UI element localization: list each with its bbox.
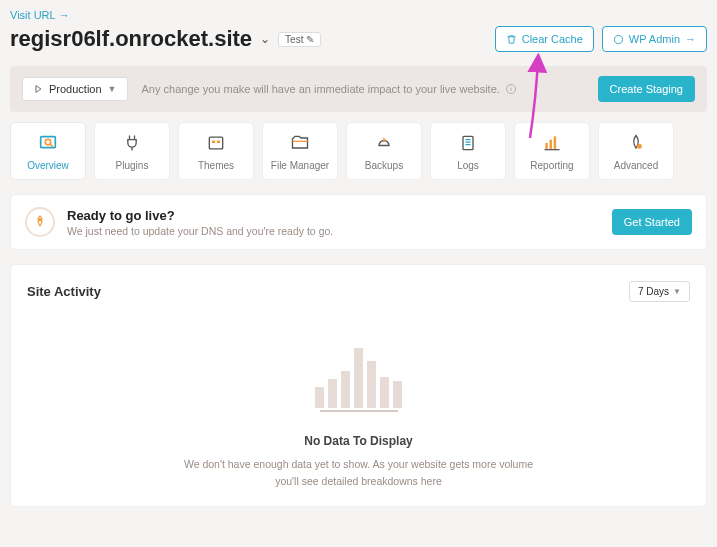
create-staging-button[interactable]: Create Staging [598,76,695,102]
activity-title: Site Activity [27,284,101,299]
nodata-title: No Data To Display [304,434,412,448]
production-message: Any change you make will have an immedia… [142,83,500,95]
overview-icon [37,132,59,154]
visit-url-link[interactable]: Visit URL → [10,9,70,21]
get-started-button[interactable]: Get Started [612,209,692,235]
chart-bar [380,377,389,408]
pencil-icon: ✎ [306,34,314,45]
themes-icon [205,132,227,154]
tab-overview[interactable]: Overview [10,122,86,180]
tab-reporting[interactable]: Reporting [514,122,590,180]
wordpress-icon [613,34,624,45]
go-live-banner: Ready to go live? We just need to update… [10,194,707,250]
go-live-title: Ready to go live? [67,208,333,223]
tab-label: Logs [457,160,479,171]
tab-label: Plugins [116,160,149,171]
go-live-left: Ready to go live? We just need to update… [25,207,333,237]
chart-baseline [320,410,398,412]
site-title: regisr06lf.onrocket.site [10,26,252,52]
chart-bar [354,348,363,408]
svg-point-11 [637,143,642,148]
svg-rect-2 [41,136,56,147]
advanced-icon [625,132,647,154]
tabs: Overview Plugins Themes File Manager Bac… [10,122,707,180]
trash-icon [506,34,517,45]
get-started-label: Get Started [624,216,680,228]
create-staging-label: Create Staging [610,83,683,95]
chart-bar [328,379,337,408]
tab-logs[interactable]: Logs [430,122,506,180]
tab-label: Reporting [530,160,573,171]
reporting-icon [541,132,563,154]
logs-icon [457,132,479,154]
chevron-down-icon[interactable]: ⌄ [260,32,270,46]
chart-bar [341,371,350,408]
svg-rect-5 [212,140,215,143]
range-select[interactable]: 7 Days ▼ [629,281,690,302]
visit-url-label: Visit URL [10,9,56,21]
nodata-sub: We don't have enough data yet to show. A… [179,456,539,490]
svg-rect-8 [545,143,548,149]
header: regisr06lf.onrocket.site ⌄ Test ✎ Clear … [10,26,707,52]
tab-label: Overview [27,160,69,171]
tab-file-manager[interactable]: File Manager [262,122,338,180]
test-badge[interactable]: Test ✎ [278,32,321,47]
go-live-text: Ready to go live? We just need to update… [67,208,333,237]
header-buttons: Clear Cache WP Admin → [495,26,707,52]
production-left: Production ▼ Any change you make will ha… [22,77,517,101]
svg-point-0 [614,35,622,43]
wp-admin-button[interactable]: WP Admin → [602,26,707,52]
tab-label: Advanced [614,160,658,171]
tab-label: Backups [365,160,403,171]
chevron-down-icon: ▼ [673,287,681,296]
play-icon [33,84,43,94]
tab-backups[interactable]: Backups [346,122,422,180]
activity-chart: No Data To Display We don't have enough … [27,338,690,490]
production-bar: Production ▼ Any change you make will ha… [10,66,707,112]
file-manager-icon [289,132,311,154]
svg-point-12 [39,219,41,221]
go-live-sub: We just need to update your DNS and you'… [67,225,333,237]
wp-admin-label: WP Admin [629,33,680,45]
tab-plugins[interactable]: Plugins [94,122,170,180]
rocket-icon [25,207,55,237]
chevron-down-icon: ▼ [108,84,117,94]
arrow-right-icon: → [59,9,70,21]
svg-rect-10 [554,136,557,149]
backups-icon [373,132,395,154]
svg-rect-4 [209,137,222,149]
info-icon[interactable] [505,83,517,95]
arrow-right-icon: → [685,33,696,45]
svg-rect-6 [217,140,220,143]
tab-themes[interactable]: Themes [178,122,254,180]
environment-select[interactable]: Production ▼ [22,77,128,101]
chart-bars [315,338,402,408]
clear-cache-button[interactable]: Clear Cache [495,26,594,52]
chart-bar [367,361,376,408]
tab-label: File Manager [271,160,329,171]
environment-label: Production [49,83,102,95]
tab-label: Themes [198,160,234,171]
site-activity-card: Site Activity 7 Days ▼ No Data To Displa… [10,264,707,507]
chart-bar [393,381,402,408]
clear-cache-label: Clear Cache [522,33,583,45]
svg-rect-9 [550,139,553,148]
svg-rect-7 [463,136,473,149]
production-message-wrap: Any change you make will have an immedia… [142,83,517,95]
plugins-icon [121,132,143,154]
activity-header: Site Activity 7 Days ▼ [27,281,690,302]
range-label: 7 Days [638,286,669,297]
test-badge-label: Test [285,34,303,45]
title-area: regisr06lf.onrocket.site ⌄ Test ✎ [10,26,321,52]
tab-advanced[interactable]: Advanced [598,122,674,180]
chart-bar [315,387,324,408]
